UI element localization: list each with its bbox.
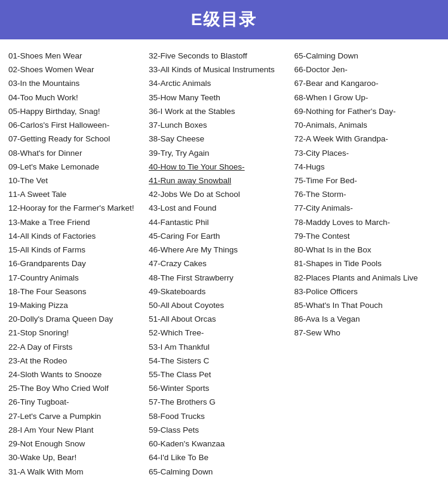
- page-title: E级目录: [0, 0, 448, 39]
- list-item: 12-Hooray for the Farmer's Market!: [8, 201, 149, 215]
- list-item: 05-Happy Birthday, Snag!: [8, 104, 149, 118]
- list-item: 26-Tiny Tugboat-: [8, 395, 149, 409]
- list-item: 07-Getting Ready for School: [8, 132, 149, 146]
- list-item: 06-Carlos's First Halloween-: [8, 118, 149, 132]
- column-1: 01-Shoes Men Wear02-Shoes Women Wear03-I…: [8, 49, 149, 479]
- list-item: 75-Time For Bed-: [294, 174, 440, 187]
- list-item: 86-Ava Is a Vegan: [294, 312, 440, 326]
- list-item: 59-Class Pets: [149, 423, 294, 437]
- list-item: 67-Bear and Kangaroo-: [294, 76, 440, 90]
- list-item: 80-What Is in the Box: [294, 243, 440, 257]
- list-item: 24-Sloth Wants to Snooze: [8, 368, 149, 381]
- list-item: 55-The Class Pet: [149, 368, 294, 381]
- list-item: 69-Nothing for Father's Day-: [294, 104, 440, 118]
- list-item: 60-Kaden's Kwanzaa: [149, 437, 294, 451]
- list-item: 79-The Contest: [294, 229, 440, 243]
- list-item: 01-Shoes Men Wear: [8, 49, 149, 63]
- list-item: 74-Hugs: [294, 160, 440, 174]
- list-item: 52-Which Tree-: [149, 326, 294, 340]
- list-item: 65-Calming Down: [149, 465, 294, 479]
- list-item: 15-All Kinds of Farms: [8, 243, 149, 257]
- list-item: 03-In the Mountains: [8, 76, 149, 90]
- list-item: 32-Five Seconds to Blastoff: [149, 49, 294, 63]
- list-item: 13-Make a Tree Friend: [8, 215, 149, 229]
- list-item: 19-Making Pizza: [8, 298, 149, 312]
- list-item: 35-How Many Teeth: [149, 91, 294, 104]
- content-area: 01-Shoes Men Wear02-Shoes Women Wear03-I…: [0, 39, 448, 481]
- list-item: 83-Police Officers: [294, 285, 440, 298]
- list-item: 20-Dolly's Drama Queen Day: [8, 312, 149, 326]
- list-item: 29-Not Enough Snow: [8, 437, 149, 451]
- list-item: 14-All Kinds of Factories: [8, 229, 149, 243]
- list-item: 10-The Vet: [8, 174, 149, 187]
- list-item: 51-All About Orcas: [149, 312, 294, 326]
- list-item: 08-What's for Dinner: [8, 146, 149, 160]
- list-item: 21-Stop Snoring!: [8, 326, 149, 340]
- list-item: 34-Arctic Animals: [149, 76, 294, 90]
- list-item: 25-The Boy Who Cried Wolf: [8, 381, 149, 395]
- list-item: 87-Sew Who: [294, 326, 440, 340]
- list-item: 39-Try, Try Again: [149, 146, 294, 160]
- list-item: 72-A Week With Grandpa-: [294, 132, 440, 146]
- list-item: 28-I Am Your New Plant: [8, 423, 149, 437]
- list-item: 16-Grandparents Day: [8, 257, 149, 270]
- list-item: 68-When I Grow Up-: [294, 91, 440, 104]
- list-item: 23-At the Rodeo: [8, 354, 149, 368]
- list-item: 46-Where Are My Things: [149, 243, 294, 257]
- column-3: 65-Calming Down66-Doctor Jen-67-Bear and…: [294, 49, 440, 479]
- list-item: 31-A Walk With Mom: [8, 465, 149, 479]
- list-item: 37-Lunch Boxes: [149, 118, 294, 132]
- list-item: 70-Animals, Animals: [294, 118, 440, 132]
- list-item: 85-What's In That Pouch: [294, 298, 440, 312]
- list-item: 45-Caring For Earth: [149, 229, 294, 243]
- list-item: 49-Skateboards: [149, 285, 294, 298]
- list-item: 43-Lost and Found: [149, 201, 294, 215]
- column-2: 32-Five Seconds to Blastoff33-All Kinds …: [149, 49, 294, 479]
- list-item: 09-Let's Make Lemonade: [8, 160, 149, 174]
- list-item: 58-Food Trucks: [149, 409, 294, 423]
- header-text: E级目录: [191, 10, 257, 29]
- list-item: 66-Doctor Jen-: [294, 63, 440, 76]
- list-item: 57-The Brothers G: [149, 395, 294, 409]
- list-item: 02-Shoes Women Wear: [8, 63, 149, 76]
- list-item: 17-Country Animals: [8, 271, 149, 285]
- list-item: 77-City Animals-: [294, 201, 440, 215]
- list-item: 44-Fantastic Phil: [149, 215, 294, 229]
- list-item: 27-Let's Carve a Pumpkin: [8, 409, 149, 423]
- list-item: 18-The Four Seasons: [8, 285, 149, 298]
- list-item: 50-All About Coyotes: [149, 298, 294, 312]
- list-item: 73-City Places-: [294, 146, 440, 160]
- list-item: 40-How to Tie Your Shoes-: [149, 160, 294, 174]
- list-item: 81-Shapes in Tide Pools: [294, 257, 440, 270]
- list-item: 11-A Sweet Tale: [8, 187, 149, 201]
- list-item: 82-Places Plants and Animals Live: [294, 271, 440, 285]
- list-item: 33-All Kinds of Musical Instruments: [149, 63, 294, 76]
- list-item: 54-The Sisters C: [149, 354, 294, 368]
- list-item: 30-Wake Up, Bear!: [8, 451, 149, 464]
- list-item: 22-A Day of Firsts: [8, 340, 149, 354]
- list-item: 76-The Storm-: [294, 187, 440, 201]
- list-item: 47-Crazy Cakes: [149, 257, 294, 270]
- list-item: 56-Winter Sports: [149, 381, 294, 395]
- list-item: 78-Maddy Loves to March-: [294, 215, 440, 229]
- list-item: 38-Say Cheese: [149, 132, 294, 146]
- list-item: 36-I Work at the Stables: [149, 104, 294, 118]
- list-item: 53-I Am Thankful: [149, 340, 294, 354]
- list-item: 41-Run away Snowball: [149, 174, 294, 187]
- list-item: 64-I'd Like To Be: [149, 451, 294, 464]
- list-item: 48-The First Strawberry: [149, 271, 294, 285]
- list-item: 65-Calming Down: [294, 49, 440, 63]
- list-item: 42-Jobs We Do at School: [149, 187, 294, 201]
- list-item: 04-Too Much Work!: [8, 91, 149, 104]
